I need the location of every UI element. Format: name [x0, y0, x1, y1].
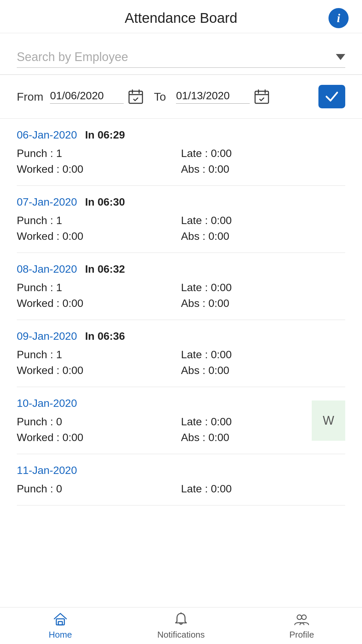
record-date: 07-Jan-2020 — [17, 196, 77, 208]
home-icon — [52, 611, 68, 628]
worked-field: Worked : 0:00 — [17, 431, 181, 444]
record-header: 06-Jan-2020 In 06:29 — [17, 129, 345, 141]
worked-field: Worked : 0:00 — [17, 297, 181, 310]
svg-rect-9 — [58, 622, 62, 625]
record-in-time: In 06:32 — [85, 263, 125, 275]
punch-field: Punch : 0 — [17, 416, 181, 428]
confirm-date-button[interactable] — [318, 85, 345, 108]
record-details: Punch : 1 Late : 0:00 Worked : 0:00 Abs … — [17, 281, 345, 310]
record-details: Punch : 0 Late : 0:00 — [17, 483, 345, 495]
to-label: To — [154, 90, 166, 103]
nav-profile[interactable]: Profile — [241, 611, 362, 640]
record-details: Punch : 0 Late : 0:00 Worked : 0:00 Abs … — [17, 416, 345, 444]
records-list: 06-Jan-2020 In 06:29 Punch : 1 Late : 0:… — [0, 119, 362, 505]
abs-field: Abs : 0:00 — [181, 163, 345, 175]
record-item[interactable]: 10-Jan-2020 Punch : 0 Late : 0:00 Worked… — [17, 387, 345, 454]
record-date: 08-Jan-2020 — [17, 263, 77, 275]
punch-field: Punch : 1 — [17, 348, 181, 361]
record-header: 10-Jan-2020 — [17, 397, 345, 410]
profile-icon — [294, 611, 310, 628]
record-in-time: In 06:30 — [85, 196, 125, 208]
abs-field: Abs : 0:00 — [181, 230, 345, 243]
app-header: Attendance Board i — [0, 0, 362, 33]
search-placeholder: Search by Employee — [17, 50, 128, 64]
to-date-input[interactable]: 01/13/2020 — [176, 89, 270, 105]
date-range-section: From 01/06/2020 To 01/13/2020 — [0, 75, 362, 119]
late-field: Late : 0:00 — [181, 147, 345, 160]
punch-field: Punch : 1 — [17, 147, 181, 160]
to-calendar-icon[interactable] — [254, 89, 270, 105]
record-date: 09-Jan-2020 — [17, 330, 77, 342]
late-field: Late : 0:00 — [181, 483, 345, 495]
record-item[interactable]: 09-Jan-2020 In 06:36 Punch : 1 Late : 0:… — [17, 320, 345, 387]
from-date-input[interactable]: 01/06/2020 — [50, 89, 144, 105]
from-date-value: 01/06/2020 — [50, 90, 124, 104]
info-button[interactable]: i — [328, 8, 349, 28]
record-details: Punch : 1 Late : 0:00 Worked : 0:00 Abs … — [17, 348, 345, 377]
record-header: 09-Jan-2020 In 06:36 — [17, 330, 345, 342]
punch-field: Punch : 0 — [17, 483, 181, 495]
to-date-value: 01/13/2020 — [176, 90, 250, 104]
record-date: 06-Jan-2020 — [17, 129, 77, 141]
bell-icon — [173, 611, 189, 628]
punch-field: Punch : 1 — [17, 214, 181, 227]
svg-point-12 — [302, 615, 306, 620]
from-label: From — [17, 90, 43, 103]
record-in-time: In 06:36 — [85, 330, 125, 342]
worked-field: Worked : 0:00 — [17, 163, 181, 175]
record-item[interactable]: 06-Jan-2020 In 06:29 Punch : 1 Late : 0:… — [17, 119, 345, 186]
record-details: Punch : 1 Late : 0:00 Worked : 0:00 Abs … — [17, 214, 345, 243]
record-header: 08-Jan-2020 In 06:32 — [17, 263, 345, 275]
chevron-down-icon — [336, 54, 345, 60]
nav-notifications[interactable]: Notifications — [121, 611, 241, 640]
check-icon — [325, 91, 339, 103]
abs-field: Abs : 0:00 — [181, 364, 345, 377]
late-field: Late : 0:00 — [181, 281, 345, 294]
record-date: 10-Jan-2020 — [17, 397, 77, 410]
worked-field: Worked : 0:00 — [17, 230, 181, 243]
record-item[interactable]: 11-Jan-2020 Punch : 0 Late : 0:00 — [17, 454, 345, 505]
record-header: 07-Jan-2020 In 06:30 — [17, 196, 345, 208]
nav-notifications-label: Notifications — [157, 630, 205, 640]
record-item[interactable]: 07-Jan-2020 In 06:30 Punch : 1 Late : 0:… — [17, 186, 345, 253]
svg-point-11 — [297, 615, 302, 620]
nav-home[interactable]: Home — [0, 611, 121, 640]
record-date: 11-Jan-2020 — [17, 464, 77, 477]
page-title: Attendance Board — [125, 10, 237, 26]
nav-home-label: Home — [49, 630, 72, 640]
abs-field: Abs : 0:00 — [181, 297, 345, 310]
nav-profile-label: Profile — [289, 630, 314, 640]
bottom-navigation: Home Notifications Profile — [0, 607, 362, 644]
from-calendar-icon[interactable] — [128, 89, 144, 105]
employee-search-dropdown[interactable]: Search by Employee — [17, 47, 345, 68]
info-icon: i — [337, 11, 340, 25]
svg-rect-4 — [255, 91, 268, 103]
record-badge: W — [312, 400, 345, 441]
search-section: Search by Employee — [0, 33, 362, 75]
late-field: Late : 0:00 — [181, 214, 345, 227]
late-field: Late : 0:00 — [181, 348, 345, 361]
record-item[interactable]: 08-Jan-2020 In 06:32 Punch : 1 Late : 0:… — [17, 253, 345, 320]
record-header: 11-Jan-2020 — [17, 464, 345, 477]
record-details: Punch : 1 Late : 0:00 Worked : 0:00 Abs … — [17, 147, 345, 175]
punch-field: Punch : 1 — [17, 281, 181, 294]
record-in-time: In 06:29 — [85, 129, 125, 141]
svg-rect-0 — [129, 91, 142, 103]
worked-field: Worked : 0:00 — [17, 364, 181, 377]
